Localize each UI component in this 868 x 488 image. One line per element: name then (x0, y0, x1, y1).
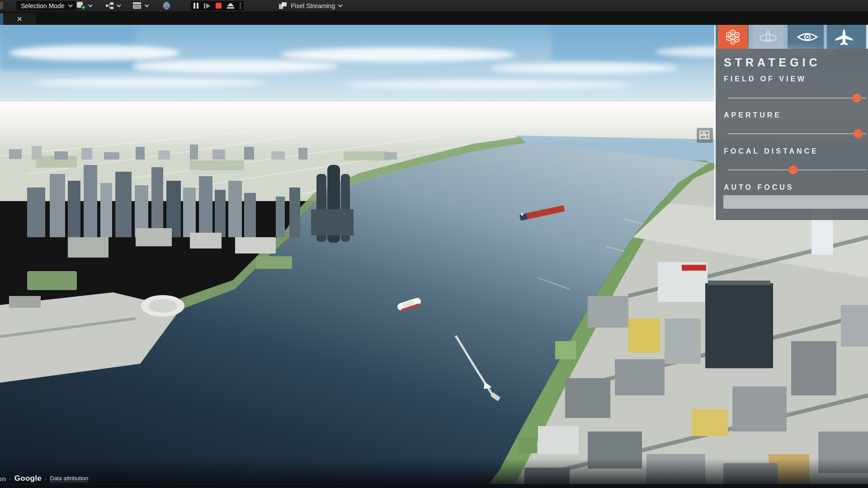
panel-title: STRATEGIC (724, 56, 821, 69)
field-of-view-label: FIELD OF VIEW (724, 75, 807, 83)
slider-handle[interactable] (854, 129, 863, 138)
add-actor-button[interactable] (76, 0, 91, 11)
slider-track[interactable] (728, 133, 866, 134)
eject-button[interactable] (227, 3, 234, 9)
rocket-orbit-icon (758, 29, 778, 45)
attribution-prefix: on (0, 475, 6, 483)
step-frame-button[interactable] (204, 3, 210, 9)
main-toolbar: Selection Mode (0, 0, 868, 11)
pixel-streaming-icon (278, 2, 288, 10)
viewport-tabstrip: ✕ (0, 11, 868, 25)
play-controls (191, 1, 244, 10)
tab-swarm-mode[interactable] (718, 25, 748, 49)
slider-handle[interactable] (788, 165, 797, 174)
tab-separator (824, 25, 827, 49)
tab-eye-mode[interactable] (791, 25, 824, 49)
chevron-down-icon (145, 3, 149, 7)
slider-handle[interactable] (852, 94, 861, 103)
aperture-label: APERTURE (724, 111, 782, 119)
close-icon[interactable]: ✕ (17, 15, 22, 23)
map-attribution: on · Google · Data attribution (0, 474, 88, 483)
blueprint-nodes-icon (105, 2, 114, 10)
swarm-icon (724, 28, 741, 46)
viewport-tab[interactable]: ✕ (3, 13, 36, 25)
chevron-down-icon (338, 3, 343, 7)
pixel-streaming-label: Pixel Streaming (291, 2, 335, 9)
auto-focus-label: AUTO FOCUS (724, 183, 794, 192)
pause-button[interactable] (193, 3, 198, 9)
tab-rocket-mode[interactable] (749, 25, 788, 49)
tab-edge-strip (749, 25, 753, 49)
stop-button[interactable] (216, 3, 222, 9)
play-options-kebab-icon[interactable] (240, 3, 241, 9)
focal-distance-slider[interactable] (728, 165, 866, 174)
slider-track[interactable] (728, 98, 866, 99)
world-button[interactable] (162, 0, 171, 11)
panel-divider-line (714, 26, 716, 220)
bottom-bar (0, 484, 868, 488)
layout-squares-icon (699, 131, 710, 141)
editor-window: Selection Mode (0, 0, 868, 488)
auto-focus-toggle[interactable] (723, 195, 868, 209)
caesars-sign (682, 265, 706, 271)
strategic-camera-panel: STRATEGIC FIELD OF VIEW APERTURE FOCAL D… (716, 49, 868, 220)
cinematics-button[interactable] (132, 0, 148, 11)
selection-mode-label: Selection Mode (21, 2, 65, 9)
chevron-down-icon (88, 3, 93, 7)
blueprints-button[interactable] (105, 0, 120, 11)
panel-collapse-handle[interactable] (697, 128, 713, 143)
eye-icon (797, 30, 818, 44)
camera-mode-tabbar (716, 25, 868, 49)
chevron-down-icon (117, 3, 121, 7)
tab-accent-strip (0, 13, 3, 25)
tab-edge-strip (783, 25, 788, 49)
tab-separator (866, 25, 868, 49)
attribution-dot: · (45, 475, 47, 482)
google-logo: Google (14, 474, 42, 483)
chevron-down-icon (68, 3, 72, 7)
tab-airplane-mode[interactable] (827, 25, 861, 49)
airplane-icon (835, 28, 854, 47)
partial-toolbar-icon (0, 2, 3, 9)
globe-icon (162, 1, 171, 10)
cube-plus-icon (76, 1, 86, 10)
field-of-view-slider[interactable] (728, 94, 866, 103)
selection-mode-dropdown[interactable]: Selection Mode (16, 1, 76, 10)
attribution-dot: · (9, 475, 11, 482)
pixel-streaming-dropdown[interactable]: Pixel Streaming (278, 0, 341, 11)
focal-distance-label: FOCAL DISTANCE (724, 147, 819, 155)
data-attribution-link[interactable]: Data attribution (50, 475, 88, 482)
clapperboard-icon (132, 2, 142, 9)
aperture-slider[interactable] (728, 129, 866, 138)
